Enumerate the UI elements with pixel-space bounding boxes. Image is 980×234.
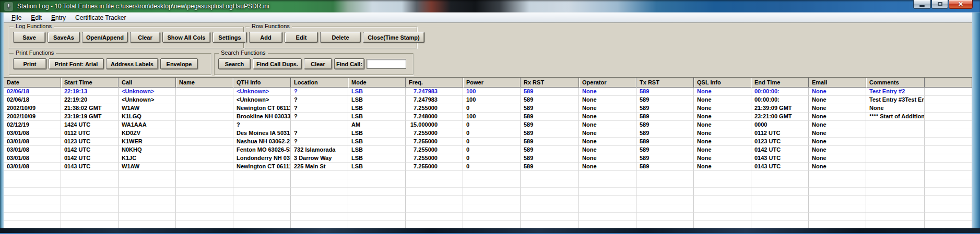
cell-operator: None bbox=[579, 146, 636, 154]
cell-tx-rst: 589 bbox=[636, 146, 694, 154]
cell-freq bbox=[406, 196, 463, 204]
cell-tx-rst: 589 bbox=[636, 129, 694, 138]
cell-operator bbox=[579, 179, 636, 188]
minimize-button[interactable] bbox=[913, 0, 931, 9]
cell-mode: LSB bbox=[348, 104, 406, 113]
table-row[interactable]: 02/06/1822:19:20<Unknown><Unknown>?LSB7.… bbox=[4, 96, 972, 104]
col-header-power[interactable]: Power bbox=[463, 78, 521, 88]
col-header-mode[interactable]: Mode bbox=[348, 78, 406, 88]
envelope-button[interactable]: Envelope bbox=[160, 58, 198, 69]
col-header-comments[interactable]: Comments bbox=[866, 78, 925, 88]
cell-tx-rst: 589 bbox=[636, 96, 694, 104]
menu-entry[interactable]: Entry bbox=[46, 14, 70, 22]
col-header-call[interactable]: Call bbox=[119, 78, 176, 88]
cell-rx-rst: 589 bbox=[521, 88, 579, 96]
add-row-button[interactable]: Add bbox=[249, 32, 282, 43]
close-time-stamp-button[interactable]: Close(Time Stamp) bbox=[363, 32, 424, 43]
table-row[interactable]: 03/01/080123 UTCK1WERNashua NH 03062-216… bbox=[4, 138, 972, 146]
cell-qth-info: Londonderry NH 03053 bbox=[233, 154, 291, 163]
delete-row-button[interactable]: Delete bbox=[320, 32, 361, 43]
cell-email: None bbox=[809, 163, 866, 171]
table-row[interactable]: 02/12/191424 UTCWA1AAA?AM15.0000000589No… bbox=[4, 121, 972, 129]
table-row[interactable]: 03/01/080112 UTCKD0ZVDes Moines IA 50310… bbox=[4, 129, 972, 138]
cell-qsl-info: None bbox=[694, 154, 751, 163]
cell-operator bbox=[579, 213, 636, 221]
print-font-button[interactable]: Print Font: Arial bbox=[49, 58, 104, 69]
table-row[interactable]: 2002/10/0921:38:02 GMTW1AWNewington CT 0… bbox=[4, 104, 972, 113]
col-header-location[interactable]: Location bbox=[291, 78, 348, 88]
cell-rx-rst bbox=[521, 188, 579, 196]
cell-freq: 7.247983 bbox=[406, 96, 463, 104]
cell-start-time: 23:19:19 GMT bbox=[61, 113, 119, 121]
clear-search-button[interactable]: Clear bbox=[304, 58, 332, 69]
cell-tx-rst: 589 bbox=[636, 163, 694, 171]
find-call-input[interactable] bbox=[367, 59, 406, 69]
close-button[interactable]: ✕ bbox=[949, 0, 973, 9]
cell-qth-info: <Unknown> bbox=[233, 96, 291, 104]
title-bar[interactable]: Station Log - 10 Total Entries in file c… bbox=[0, 0, 980, 13]
edit-row-button[interactable]: Edit bbox=[285, 32, 318, 43]
menu-edit[interactable]: Edit bbox=[26, 14, 46, 22]
search-button[interactable]: Search bbox=[218, 58, 251, 69]
cell-start-time: 1424 UTC bbox=[61, 121, 119, 129]
col-header-tx-rst[interactable]: Tx RST bbox=[636, 78, 694, 88]
cell-email: None bbox=[809, 154, 866, 163]
cell-rx-rst: 589 bbox=[521, 104, 579, 113]
cell-qsl-info: None bbox=[694, 146, 751, 154]
col-header-qth-info[interactable]: QTH Info bbox=[233, 78, 291, 88]
cell-name bbox=[176, 163, 233, 171]
cell-qth-info: Des Moines IA 50310 bbox=[233, 129, 291, 138]
cell-name bbox=[176, 171, 233, 179]
col-header-email[interactable]: Email bbox=[809, 78, 866, 88]
table-row[interactable]: 03/01/080142 UTCN0KHQFenton MO 63026-530… bbox=[4, 146, 972, 154]
cell-power bbox=[463, 196, 521, 204]
cell-call: WA1AAA bbox=[119, 121, 176, 129]
cell-mode bbox=[348, 188, 406, 196]
station-log-window: Station Log - 10 Total Entries in file c… bbox=[0, 0, 980, 234]
cell-freq bbox=[406, 204, 463, 213]
col-header-qsl-info[interactable]: QSL Info bbox=[694, 78, 751, 88]
find-call-button[interactable]: Find Call: bbox=[334, 58, 364, 69]
saveas-button[interactable]: SaveAs bbox=[48, 32, 80, 43]
col-header-date[interactable]: Date bbox=[4, 78, 61, 88]
cell-location: ? bbox=[291, 138, 348, 146]
cell-email: None bbox=[809, 146, 866, 154]
cell-mode bbox=[348, 179, 406, 188]
table-row[interactable]: 2002/10/0923:19:19 GMTK1LGQBrookline NH … bbox=[4, 113, 972, 121]
cell-rx-rst bbox=[521, 179, 579, 188]
save-button[interactable]: Save bbox=[13, 32, 45, 43]
cell-call bbox=[119, 179, 176, 188]
table-row[interactable]: 02/06/1822:19:13<Unknown><Unknown>?LSB7.… bbox=[4, 88, 972, 96]
settings-button[interactable]: Settings bbox=[212, 32, 247, 43]
find-call-dups-button[interactable]: Find Call Dups. bbox=[253, 58, 302, 69]
table-row[interactable]: 03/01/080143 UTCW1AWNewington CT 0611122… bbox=[4, 163, 972, 171]
cell-email bbox=[809, 179, 866, 188]
cell-filler bbox=[925, 154, 972, 163]
col-header-freq[interactable]: Freq. bbox=[406, 78, 463, 88]
cell-filler bbox=[925, 171, 972, 179]
menu-certificate-tracker[interactable]: Certificate Tracker bbox=[70, 14, 131, 22]
print-button[interactable]: Print bbox=[13, 58, 46, 69]
address-labels-button[interactable]: Address Labels bbox=[106, 58, 158, 69]
menu-file[interactable]: File bbox=[7, 14, 26, 22]
cell-operator bbox=[579, 196, 636, 204]
col-header-name[interactable]: Name bbox=[176, 78, 233, 88]
cell-power: 100 bbox=[463, 113, 521, 121]
show-all-cols-button[interactable]: Show All Cols bbox=[162, 32, 210, 43]
cell-qsl-info bbox=[694, 213, 751, 221]
col-header-start-time[interactable]: Start Time bbox=[61, 78, 119, 88]
table-row[interactable]: 03/01/080142 UTCK1JCLondonderry NH 03053… bbox=[4, 154, 972, 163]
cell-filler bbox=[925, 113, 972, 121]
cell-comments bbox=[866, 171, 925, 179]
open-append-button[interactable]: Open/Append bbox=[82, 32, 128, 43]
cell-call bbox=[119, 204, 176, 213]
clear-log-button[interactable]: Clear bbox=[130, 32, 160, 43]
maximize-icon bbox=[938, 2, 942, 6]
col-header-rx-rst[interactable]: Rx RST bbox=[521, 78, 579, 88]
col-header-end-time[interactable]: End Time bbox=[751, 78, 809, 88]
maximize-button[interactable] bbox=[931, 0, 948, 9]
cell-start-time: 22:19:20 bbox=[61, 96, 119, 104]
cell-qsl-info: None bbox=[694, 138, 751, 146]
cell-mode bbox=[348, 171, 406, 179]
col-header-operator[interactable]: Operator bbox=[579, 78, 636, 88]
